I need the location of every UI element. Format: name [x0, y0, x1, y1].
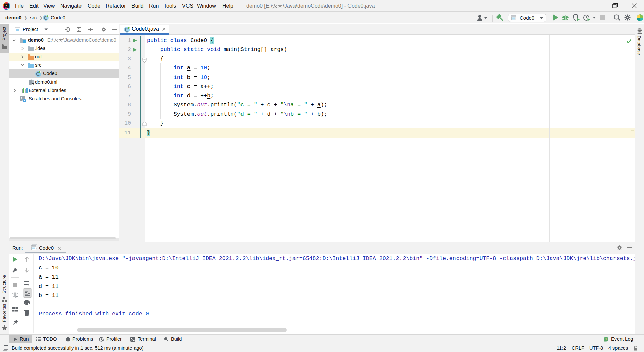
svg-text:1: 1: [605, 337, 607, 341]
svg-text:IJ: IJ: [5, 4, 7, 7]
